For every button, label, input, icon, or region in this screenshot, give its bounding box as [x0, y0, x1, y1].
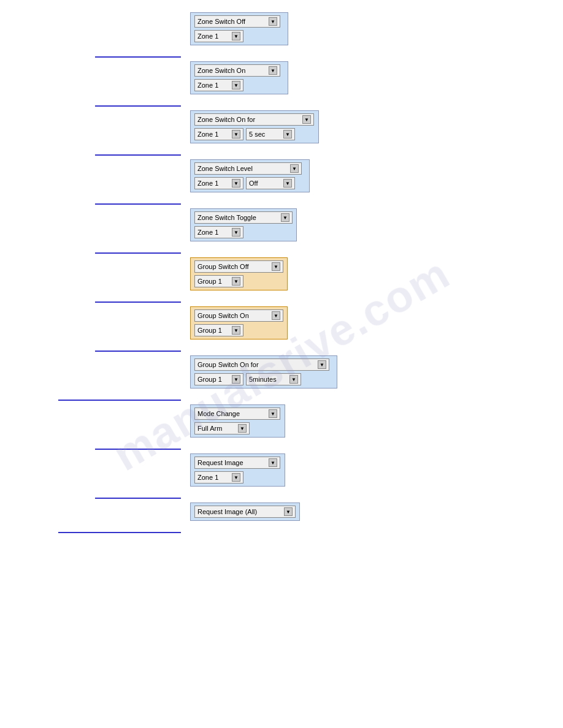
select-arrow-zone1-off: ▼ — [232, 32, 240, 40]
widget-row-5a: Zone Switch Toggle ▼ — [194, 211, 293, 224]
widget-row-6a: Group Switch Off ▼ — [194, 260, 283, 273]
sep-row-1 — [0, 50, 563, 61]
widget-row-4b: Zone 1 ▼ Off ▼ — [194, 177, 305, 189]
select-zone1-on[interactable]: Zone 1 ▼ — [194, 79, 243, 91]
widget-request-image-all: Request Image (All) ▼ — [190, 502, 300, 521]
sep-left-3 — [0, 148, 190, 159]
select-group1-off[interactable]: Group 1 ▼ — [194, 275, 243, 287]
select-label-5sec: 5 sec — [249, 131, 282, 138]
select-group1-on-for[interactable]: Group 1 ▼ — [194, 373, 243, 385]
sep-row-5 — [0, 246, 563, 257]
select-arrow-request-image: ▼ — [269, 458, 277, 467]
select-group-switch-on[interactable]: Group Switch On ▼ — [194, 309, 283, 322]
sep-row-10 — [0, 491, 563, 502]
widget-row-3b: Zone 1 ▼ 5 sec ▼ — [194, 128, 315, 140]
select-zone-switch-level[interactable]: Zone Switch Level ▼ — [194, 162, 302, 175]
widget-row-2a: Zone Switch On ▼ — [194, 64, 284, 77]
section-group-switch-on-for: Group Switch On for ▼ Group 1 ▼ 5minutes… — [0, 355, 563, 393]
sep-left-7 — [0, 344, 190, 355]
widget-row-5b: Zone 1 ▼ — [194, 226, 293, 238]
widget-group-switch-off: Group Switch Off ▼ Group 1 ▼ — [190, 257, 288, 290]
widget-zone-switch-level: Zone Switch Level ▼ Zone 1 ▼ Off ▼ — [190, 159, 310, 192]
sep-row-3 — [0, 148, 563, 159]
select-label-group-switch-off: Group Switch Off — [197, 263, 270, 270]
select-arrow-group-switch-on-for: ▼ — [318, 360, 326, 369]
select-zone-switch-toggle[interactable]: Zone Switch Toggle ▼ — [194, 211, 293, 224]
sep-left-8 — [0, 393, 190, 404]
select-request-image-all[interactable]: Request Image (All) ▼ — [194, 506, 296, 518]
left-area-2 — [0, 61, 190, 64]
select-label-zone-switch-off: Zone Switch Off — [197, 18, 267, 25]
select-zone1-level[interactable]: Zone 1 ▼ — [194, 177, 243, 189]
separator-3 — [95, 154, 181, 156]
select-label-zone1-on: Zone 1 — [197, 82, 231, 89]
select-group-switch-on-for[interactable]: Group Switch On for ▼ — [194, 358, 329, 371]
select-mode-change[interactable]: Mode Change ▼ — [194, 408, 280, 420]
right-area-6: Group Switch Off ▼ Group 1 ▼ — [190, 257, 563, 295]
select-arrow-zone1-image: ▼ — [232, 473, 240, 482]
select-group1-on[interactable]: Group 1 ▼ — [194, 324, 243, 336]
sep-right-5 — [190, 246, 563, 252]
select-arrow-group-switch-on: ▼ — [272, 311, 280, 320]
select-zone-switch-on[interactable]: Zone Switch On ▼ — [194, 64, 280, 77]
separator-2 — [95, 105, 181, 107]
select-arrow-zone-switch-level: ▼ — [290, 164, 299, 173]
left-area-5 — [0, 208, 190, 211]
sep-left-2 — [0, 99, 190, 110]
widget-group-switch-on-for: Group Switch On for ▼ Group 1 ▼ 5minutes… — [190, 355, 337, 389]
separator-6 — [95, 301, 181, 303]
select-5minutes[interactable]: 5minutes ▼ — [246, 373, 301, 385]
select-zone1-image[interactable]: Zone 1 ▼ — [194, 471, 243, 483]
widget-row-6b: Group 1 ▼ — [194, 275, 283, 287]
select-group-switch-off[interactable]: Group Switch Off ▼ — [194, 260, 283, 273]
sep-left-6 — [0, 295, 190, 306]
select-label-full-arm: Full Arm — [197, 425, 237, 432]
select-label-zone1-off: Zone 1 — [197, 32, 231, 40]
select-arrow-zone1-on: ▼ — [232, 81, 240, 89]
sep-row-8 — [0, 393, 563, 404]
left-area-11 — [0, 502, 190, 505]
widget-zone-switch-on-for: Zone Switch On for ▼ Zone 1 ▼ 5 sec ▼ — [190, 110, 319, 143]
sep-right-11 — [190, 526, 563, 532]
left-area-10 — [0, 453, 190, 456]
widget-row-3a: Zone Switch On for ▼ — [194, 113, 315, 126]
section-zone-switch-toggle: Zone Switch Toggle ▼ Zone 1 ▼ — [0, 208, 563, 246]
select-request-image[interactable]: Request Image ▼ — [194, 457, 280, 469]
select-label-group-switch-on-for: Group Switch On for — [197, 361, 316, 368]
select-label-group-switch-on: Group Switch On — [197, 312, 270, 319]
right-area-8: Group Switch On for ▼ Group 1 ▼ 5minutes… — [190, 355, 563, 393]
select-arrow-request-image-all: ▼ — [284, 507, 293, 516]
select-label-request-image: Request Image — [197, 459, 267, 466]
sep-row-9 — [0, 442, 563, 453]
left-area-3 — [0, 110, 190, 113]
section-zone-switch-off: Zone Switch Off ▼ Zone 1 ▼ — [0, 12, 563, 50]
select-full-arm[interactable]: Full Arm ▼ — [194, 422, 250, 434]
right-area-3: Zone Switch On for ▼ Zone 1 ▼ 5 sec ▼ — [190, 110, 563, 148]
select-5sec[interactable]: 5 sec ▼ — [246, 128, 295, 140]
select-zone1-on-for[interactable]: Zone 1 ▼ — [194, 128, 243, 140]
select-zone1-off[interactable]: Zone 1 ▼ — [194, 30, 243, 42]
select-zone1-toggle[interactable]: Zone 1 ▼ — [194, 226, 243, 238]
right-area-7: Group Switch On ▼ Group 1 ▼ — [190, 306, 563, 344]
select-label-zone-switch-toggle: Zone Switch Toggle — [197, 214, 280, 221]
select-label-zone-switch-on-for: Zone Switch On for — [197, 116, 301, 123]
select-off-level[interactable]: Off ▼ — [246, 177, 295, 189]
widget-row-2b: Zone 1 ▼ — [194, 79, 284, 91]
select-arrow-group1-off: ▼ — [232, 277, 240, 286]
select-arrow-mode-change: ▼ — [269, 409, 277, 418]
right-area-11: Request Image (All) ▼ — [190, 502, 563, 526]
select-label-zone-switch-level: Zone Switch Level — [197, 165, 289, 172]
select-zone-switch-on-for[interactable]: Zone Switch On for ▼ — [194, 113, 314, 126]
select-arrow-zone1-toggle: ▼ — [232, 228, 240, 237]
separator-1 — [95, 56, 181, 58]
select-arrow-zone1-on-for: ▼ — [232, 130, 240, 138]
select-label-group1-on: Group 1 — [197, 327, 231, 334]
select-zone-switch-off[interactable]: Zone Switch Off ▼ — [194, 15, 280, 28]
section-zone-switch-level: Zone Switch Level ▼ Zone 1 ▼ Off ▼ — [0, 159, 563, 197]
widget-row-4a: Zone Switch Level ▼ — [194, 162, 305, 175]
separator-10 — [95, 498, 181, 499]
right-area-2: Zone Switch On ▼ Zone 1 ▼ — [190, 61, 563, 99]
select-arrow-5minutes: ▼ — [289, 375, 298, 384]
widget-row-7a: Group Switch On ▼ — [194, 309, 283, 322]
select-arrow-zone-switch-toggle: ▼ — [281, 213, 289, 222]
